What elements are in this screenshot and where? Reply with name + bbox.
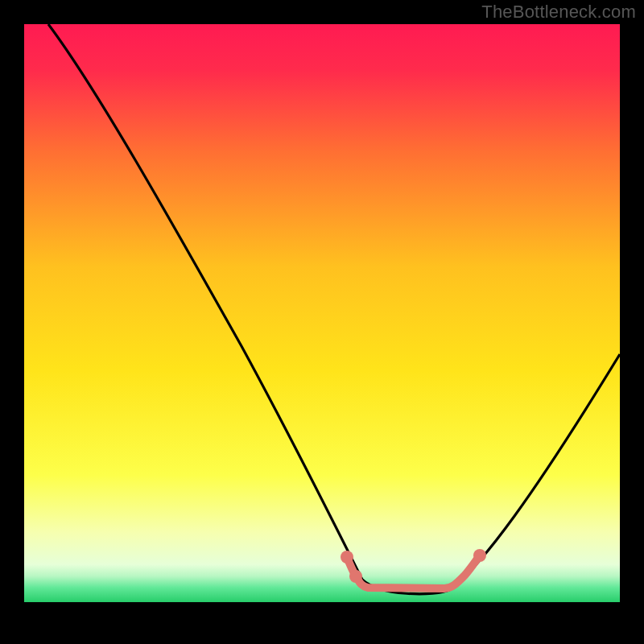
watermark-text: TheBottleneck.com [481, 2, 636, 23]
chart-stage: TheBottleneck.com [0, 0, 644, 644]
gradient-panel [24, 24, 620, 602]
coral-dot [341, 551, 353, 564]
coral-dot [473, 549, 486, 562]
bottleneck-chart [0, 0, 644, 644]
coral-dot [349, 570, 362, 583]
